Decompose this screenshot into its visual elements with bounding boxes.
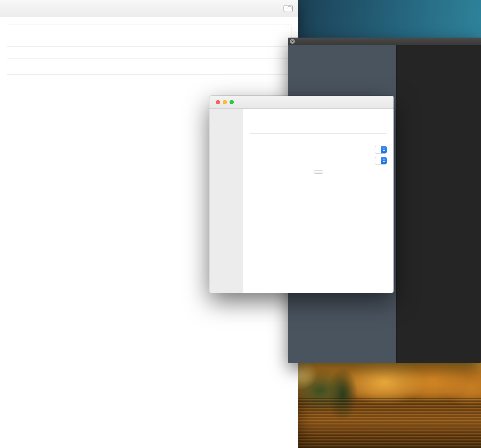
geekbench-version-note bbox=[7, 46, 291, 58]
score-section bbox=[7, 25, 291, 46]
close-icon[interactable]: ✕ bbox=[290, 39, 295, 44]
minimize-button[interactable] bbox=[223, 100, 227, 104]
system-info-table bbox=[7, 74, 291, 74]
compute-body bbox=[209, 109, 394, 293]
compute-device-select[interactable] bbox=[375, 157, 387, 164]
compute-api-row bbox=[250, 145, 387, 154]
power-chart bbox=[288, 292, 397, 363]
score-card bbox=[7, 25, 291, 58]
section-divider bbox=[250, 133, 387, 134]
results-titlebar[interactable] bbox=[0, 0, 298, 17]
compute-main bbox=[243, 109, 394, 293]
compute-window bbox=[209, 96, 394, 293]
compute-api-select[interactable] bbox=[375, 146, 387, 153]
gpu1-row bbox=[250, 118, 387, 123]
compute-titlebar[interactable] bbox=[209, 96, 394, 109]
results-content bbox=[0, 25, 298, 74]
traffic-lights bbox=[216, 100, 234, 104]
stepper-arrows-icon bbox=[381, 157, 387, 164]
zoom-button[interactable] bbox=[230, 100, 234, 104]
run-compute-benchmark-button[interactable] bbox=[314, 170, 323, 174]
stepper-arrows-icon bbox=[381, 146, 387, 153]
sensor-panel bbox=[397, 45, 481, 363]
gpu2-row bbox=[250, 123, 387, 128]
desktop-wallpaper-bottom bbox=[280, 355, 481, 448]
tab-overview-icon[interactable] bbox=[284, 5, 293, 12]
close-button[interactable] bbox=[216, 100, 220, 104]
compute-sidebar bbox=[209, 109, 243, 293]
compute-device-row bbox=[250, 156, 387, 165]
monitor-titlebar[interactable]: ✕ bbox=[288, 38, 481, 45]
